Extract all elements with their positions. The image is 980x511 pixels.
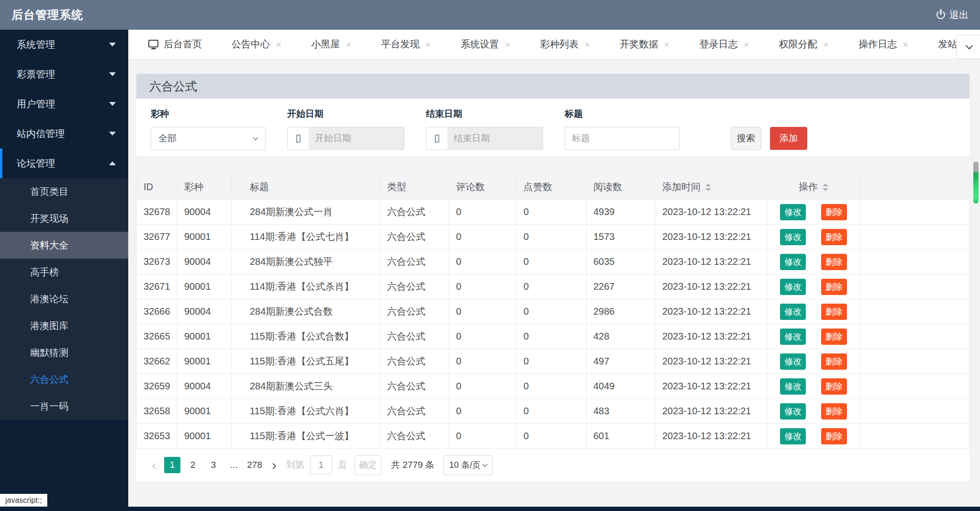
close-icon[interactable]: ×: [505, 39, 511, 50]
sidebar-item[interactable]: 系统管理: [0, 30, 128, 59]
submenu-item[interactable]: 首页类目: [0, 178, 128, 205]
cell-type: 六合公式: [380, 250, 449, 274]
submenu-item[interactable]: 港澳论坛: [0, 285, 128, 312]
tab-label: 后台首页: [164, 38, 202, 51]
chevron-down-icon: [109, 102, 116, 106]
sort-icon[interactable]: [823, 183, 828, 191]
cell-filler: [860, 274, 969, 299]
lottery-select[interactable]: 全部: [151, 127, 266, 150]
date-glyph-icon: [435, 135, 439, 143]
close-icon[interactable]: ×: [744, 39, 749, 50]
pagination-page[interactable]: 2: [185, 457, 201, 473]
tab[interactable]: 后台首页: [148, 38, 202, 51]
submenu-item[interactable]: 高手榜: [0, 259, 128, 285]
delete-button[interactable]: 删除: [821, 403, 847, 420]
delete-button[interactable]: 删除: [821, 229, 847, 245]
scrollbar-thumb[interactable]: [973, 161, 979, 204]
page-size-select[interactable]: 10 条/页: [443, 455, 493, 475]
edit-button[interactable]: 修改: [780, 329, 806, 345]
start-date-input[interactable]: [309, 133, 404, 144]
close-icon[interactable]: ×: [584, 39, 590, 50]
sort-icon[interactable]: [705, 183, 711, 191]
tab[interactable]: 开奖数据 ×: [620, 38, 669, 51]
close-icon[interactable]: ×: [902, 39, 908, 50]
submenu-item[interactable]: 资料大全: [0, 232, 128, 259]
cell-likes: 0: [517, 250, 587, 274]
edit-button[interactable]: 修改: [780, 428, 806, 444]
submenu-item[interactable]: 开奖现场: [0, 205, 128, 232]
cell-filler: [860, 299, 969, 324]
sidebar-item[interactable]: 彩票管理: [0, 59, 128, 89]
add-button[interactable]: 添加: [770, 127, 807, 150]
logout-button[interactable]: 退出: [935, 9, 969, 22]
close-icon[interactable]: ×: [664, 39, 669, 50]
sidebar-item[interactable]: 论坛管理: [0, 148, 128, 178]
lottery-select-value: 全部: [158, 132, 177, 145]
cell-type: 六合公式: [380, 225, 449, 250]
tab[interactable]: 操作日志 ×: [858, 38, 908, 51]
submenu-item[interactable]: 幽默猜测: [0, 339, 128, 366]
cell-actions: 修改 删除: [768, 225, 860, 250]
sidebar-item-label: 论坛管理: [17, 157, 55, 170]
chevron-down-icon: [109, 72, 116, 76]
sidebar-item[interactable]: 站内信管理: [0, 119, 128, 148]
edit-button[interactable]: 修改: [780, 353, 806, 370]
date-icon: [426, 127, 447, 149]
edit-button[interactable]: 修改: [780, 378, 806, 395]
pagination-page[interactable]: 3: [205, 457, 222, 473]
tab[interactable]: 系统设置 ×: [461, 38, 511, 51]
cell-lottery: 90001: [178, 424, 232, 449]
pagination-next[interactable]: ›: [272, 458, 277, 472]
cell-title: 115期:香港【公式合数】: [232, 324, 380, 349]
edit-button[interactable]: 修改: [780, 204, 806, 220]
delete-button[interactable]: 删除: [821, 304, 847, 320]
tab[interactable]: 彩种列表 ×: [540, 38, 590, 51]
submenu-item[interactable]: 六合公式: [0, 366, 128, 393]
edit-button[interactable]: 修改: [780, 254, 806, 270]
title-input[interactable]: [565, 127, 679, 150]
cell-type: 六合公式: [380, 374, 449, 399]
close-icon[interactable]: ×: [823, 39, 829, 50]
submenu-item-label: 港澳图库: [30, 319, 68, 332]
cell-comments: 0: [449, 374, 517, 399]
delete-button[interactable]: 删除: [821, 329, 847, 345]
submenu-item[interactable]: 一肖一码: [0, 393, 128, 420]
end-date-input[interactable]: [447, 133, 543, 144]
delete-button[interactable]: 删除: [821, 353, 847, 370]
cell-title: 284期新澳公式一肖: [232, 200, 380, 225]
tab[interactable]: 平台发现 ×: [381, 38, 431, 51]
search-button[interactable]: 搜索: [731, 127, 761, 150]
goto-page-input[interactable]: [310, 455, 332, 475]
confirm-button[interactable]: 确定: [355, 455, 381, 475]
tab[interactable]: 公告中心 ×: [232, 38, 281, 51]
delete-button[interactable]: 删除: [821, 204, 847, 220]
close-icon[interactable]: ×: [276, 39, 281, 50]
tab[interactable]: 小黑屋 ×: [311, 38, 351, 51]
sidebar-item[interactable]: 用户管理: [0, 89, 128, 119]
tab[interactable]: 登录日志 ×: [700, 38, 749, 51]
delete-button[interactable]: 删除: [821, 254, 847, 270]
delete-button[interactable]: 删除: [821, 428, 847, 444]
edit-button[interactable]: 修改: [780, 229, 806, 245]
close-icon[interactable]: ×: [425, 39, 431, 50]
cell-reads: 4049: [587, 374, 656, 399]
cell-filler: [860, 225, 969, 250]
cell-likes: 0: [517, 374, 587, 399]
pagination-page[interactable]: 1: [164, 457, 180, 473]
pagination-prev[interactable]: ‹: [152, 458, 156, 472]
tab[interactable]: 权限分配 ×: [779, 38, 829, 51]
submenu-item[interactable]: 港澳图库: [0, 312, 128, 339]
close-icon[interactable]: ×: [345, 39, 351, 50]
pagination-page[interactable]: 278: [246, 457, 263, 473]
pagination-page[interactable]: ...: [226, 457, 242, 473]
delete-button[interactable]: 删除: [821, 279, 847, 295]
edit-button[interactable]: 修改: [780, 403, 806, 420]
tab-label: 系统设置: [461, 38, 499, 51]
delete-button[interactable]: 删除: [821, 378, 847, 395]
edit-button[interactable]: 修改: [780, 304, 806, 320]
power-icon: [935, 9, 947, 21]
edit-button[interactable]: 修改: [780, 279, 806, 295]
cell-reads: 497: [587, 349, 656, 374]
tab-overflow-button[interactable]: [956, 35, 980, 59]
cell-filler: [860, 250, 969, 274]
